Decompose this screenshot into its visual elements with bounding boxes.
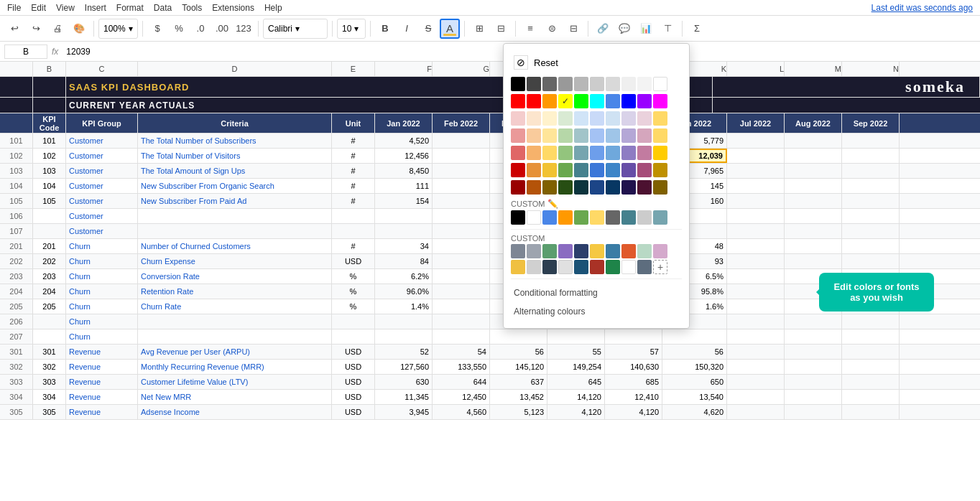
color-swatch[interactable] — [527, 244, 541, 258]
cell-106-jan[interactable] — [375, 209, 433, 223]
color-swatch[interactable] — [653, 244, 667, 258]
cell-305-feb[interactable]: 4,560 — [433, 405, 490, 419]
cell-302-jun[interactable]: 150,320 — [662, 360, 727, 374]
color-swatch[interactable] — [527, 260, 541, 274]
cell-101-aug[interactable] — [785, 134, 842, 148]
cell-302-jul[interactable] — [727, 360, 785, 374]
merge-button[interactable]: ⊟ — [491, 19, 511, 39]
color-swatch[interactable] — [590, 77, 604, 91]
cell-202-sep[interactable] — [842, 254, 900, 268]
menu-tools[interactable]: Tools — [177, 1, 206, 14]
cell-204-criteria[interactable]: Retention Rate — [138, 284, 332, 299]
color-swatch[interactable] — [574, 94, 588, 108]
cell-205-criteria[interactable]: Churn Rate — [138, 299, 332, 314]
cell-305-jan[interactable]: 3,945 — [375, 405, 433, 419]
color-swatch[interactable] — [606, 146, 620, 160]
cell-104-group[interactable]: Customer — [66, 179, 138, 193]
cell-205-jan[interactable]: 1.4% — [375, 299, 433, 314]
color-swatch[interactable] — [511, 163, 525, 177]
color-swatch[interactable] — [606, 180, 620, 195]
cell-202-criteria[interactable]: Churn Expense — [138, 254, 332, 268]
cell-101-criteria[interactable]: The Total Number of Subscribers — [138, 134, 332, 148]
cell-102-code[interactable]: 102 — [33, 149, 66, 163]
cell-304-group[interactable]: Revenue — [66, 390, 138, 404]
color-swatch[interactable] — [590, 260, 604, 274]
cell-301-apr[interactable]: 55 — [547, 345, 605, 359]
color-swatch[interactable] — [558, 146, 573, 160]
col-header-b[interactable]: B — [33, 62, 66, 76]
cell-201-jul[interactable] — [727, 239, 785, 253]
color-swatch[interactable] — [653, 210, 667, 225]
cell-302-may[interactable]: 140,630 — [605, 360, 662, 374]
cell-301-unit[interactable]: USD — [332, 345, 375, 359]
cell-301-aug[interactable] — [785, 345, 842, 359]
cell-107-criteria[interactable] — [138, 224, 332, 238]
color-swatch[interactable] — [653, 94, 667, 108]
color-swatch[interactable] — [511, 128, 525, 143]
color-swatch[interactable] — [653, 111, 667, 126]
strikethrough-button[interactable]: S — [418, 19, 438, 39]
cell-305-group[interactable]: Revenue — [66, 405, 138, 419]
cell-204-feb[interactable] — [433, 284, 490, 299]
cell-106-unit[interactable] — [332, 209, 375, 223]
cell-107-code[interactable] — [33, 224, 66, 238]
cell-203-jul[interactable] — [727, 269, 785, 284]
cell-202-group[interactable]: Churn — [66, 254, 138, 268]
cell-305-aug[interactable] — [785, 405, 842, 419]
add-color-swatch[interactable]: + — [653, 260, 667, 274]
color-swatch[interactable] — [606, 128, 620, 143]
cell-103-criteria[interactable]: The Total Amount of Sign Ups — [138, 164, 332, 178]
color-swatch[interactable] — [527, 77, 541, 91]
fill-color-button[interactable]: A — [440, 19, 460, 39]
cell-301-criteria[interactable]: Avg Revenue per User (ARPU) — [138, 345, 332, 359]
cell-305-criteria[interactable]: Adsense Income — [138, 405, 332, 419]
cell-reference[interactable] — [4, 45, 47, 59]
color-swatch[interactable] — [558, 260, 573, 274]
cell-102-feb[interactable] — [433, 149, 490, 163]
cell-106-group[interactable]: Customer — [66, 209, 138, 223]
cell-103-sep[interactable] — [842, 164, 900, 178]
cell-305-jul[interactable] — [727, 405, 785, 419]
color-swatch[interactable] — [637, 244, 652, 258]
color-swatch[interactable] — [542, 260, 557, 274]
cell-105-aug[interactable] — [785, 194, 842, 208]
color-swatch[interactable] — [621, 146, 636, 160]
cell-101-group[interactable]: Customer — [66, 134, 138, 148]
cell-103-code[interactable]: 103 — [33, 164, 66, 178]
cell-304-criteria[interactable]: Net New MRR — [138, 390, 332, 404]
cell-106-feb[interactable] — [433, 209, 490, 223]
cell-304-feb[interactable]: 12,450 — [433, 390, 490, 404]
cell-102-jul[interactable] — [727, 149, 785, 163]
color-swatch[interactable] — [590, 94, 604, 108]
cell-103-jul[interactable] — [727, 164, 785, 178]
undo-button[interactable]: ↩ — [4, 19, 24, 39]
link-button[interactable]: 🔗 — [593, 19, 613, 39]
cell-201-feb[interactable] — [433, 239, 490, 253]
cell-301-may[interactable]: 57 — [605, 345, 662, 359]
col-header-l[interactable]: L — [727, 62, 785, 76]
cell-104-sep[interactable] — [842, 179, 900, 193]
cell-304-aug[interactable] — [785, 390, 842, 404]
color-swatch[interactable] — [511, 244, 525, 258]
print-button[interactable]: 🖨 — [47, 19, 68, 39]
cell-106-aug[interactable] — [785, 209, 842, 223]
color-swatch[interactable] — [653, 77, 667, 91]
color-swatch[interactable] — [653, 180, 667, 195]
color-swatch-selected[interactable] — [558, 94, 573, 108]
cell-304-apr[interactable]: 14,120 — [547, 390, 605, 404]
col-header-n[interactable]: N — [842, 62, 900, 76]
color-swatch[interactable] — [653, 128, 667, 143]
color-swatch[interactable] — [637, 146, 652, 160]
cell-305-may[interactable]: 4,120 — [605, 405, 662, 419]
color-swatch[interactable] — [574, 111, 588, 126]
cell-107-jan[interactable] — [375, 224, 433, 238]
color-swatch[interactable] — [574, 244, 588, 258]
color-swatch[interactable] — [574, 128, 588, 143]
filter-button[interactable]: ⊤ — [657, 19, 678, 39]
cell-107-feb[interactable] — [433, 224, 490, 238]
cell-301-group[interactable]: Revenue — [66, 345, 138, 359]
cell-107-jul[interactable] — [727, 224, 785, 238]
color-swatch[interactable] — [637, 77, 652, 91]
color-swatch[interactable] — [542, 77, 557, 91]
cell-102-group[interactable]: Customer — [66, 149, 138, 163]
